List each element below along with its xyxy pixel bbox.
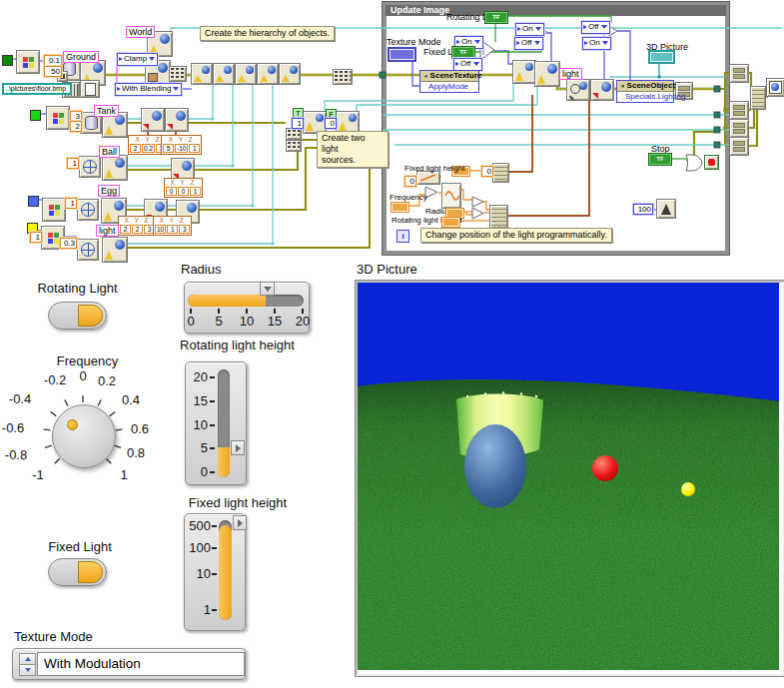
radius-slider-pointer[interactable] xyxy=(260,282,275,296)
scene-object-light-node[interactable] xyxy=(102,237,128,263)
render-scene-node[interactable] xyxy=(766,78,784,97)
pattern-node[interactable] xyxy=(333,69,353,85)
picture3d-control[interactable] xyxy=(356,281,784,676)
constant-1[interactable]: 1 xyxy=(65,198,77,209)
picture3d-terminal[interactable] xyxy=(648,50,675,64)
loop-iteration-terminal[interactable]: i xyxy=(396,230,409,243)
stop-terminal[interactable]: TF xyxy=(648,153,672,166)
xyz-cluster-2[interactable]: X Y Z5-101 xyxy=(161,135,202,155)
ring-on[interactable]: On xyxy=(582,37,611,50)
flh-slider-pointer[interactable] xyxy=(233,515,247,530)
fixed-height-label: Fixed light height xyxy=(173,495,303,510)
rgb-color-node[interactable] xyxy=(42,198,66,222)
rotating-light-terminal[interactable]: TF xyxy=(484,11,508,24)
ring-on[interactable]: On xyxy=(515,23,544,36)
ring-clamp[interactable]: Clamp xyxy=(117,53,158,66)
loop-condition-terminal[interactable] xyxy=(704,155,719,170)
bundle-node[interactable] xyxy=(750,86,766,110)
constant-0[interactable]: 0 xyxy=(404,176,416,187)
add-object-node[interactable] xyxy=(191,63,213,85)
sphere-geometry-node[interactable] xyxy=(77,199,99,221)
unbundle-node[interactable] xyxy=(286,140,302,152)
frequency-terminal[interactable] xyxy=(391,202,409,213)
constant-0-1[interactable]: 0.1 xyxy=(44,55,62,66)
color-box-constant-green[interactable] xyxy=(30,110,41,121)
scene-3d xyxy=(358,283,779,670)
add-object-node[interactable] xyxy=(257,63,279,85)
translate-object-node[interactable] xyxy=(590,79,614,101)
rotate-object-node[interactable] xyxy=(141,108,165,132)
flh-slider-groove[interactable] xyxy=(219,520,232,620)
texture-mode-value[interactable]: With Modulation xyxy=(37,652,245,676)
constant-0[interactable]: 0 xyxy=(481,166,493,177)
light-wedge-icon xyxy=(105,169,113,178)
freq-tick: -0.8 xyxy=(1,447,31,462)
sphere-icon xyxy=(579,82,587,90)
path-constant[interactable]: ..\pictures\floor.bmp xyxy=(2,83,72,95)
constant-1[interactable]: 1 xyxy=(30,232,42,243)
spinner-down-button[interactable] xyxy=(19,664,36,676)
xyz-cluster-5[interactable]: X Y Z1013 xyxy=(153,216,192,236)
bundle-node[interactable] xyxy=(492,163,509,183)
translate-object-node[interactable] xyxy=(165,108,189,132)
rgb-color-node[interactable] xyxy=(46,106,70,130)
bundle-node[interactable] xyxy=(489,205,508,229)
red-ball xyxy=(592,455,618,481)
property-node[interactable] xyxy=(729,64,749,83)
fixed-light-button[interactable] xyxy=(48,558,107,586)
unbundle-node[interactable] xyxy=(286,128,302,140)
rlh-tick: 0 xyxy=(188,464,208,479)
light-wedge-icon xyxy=(105,251,113,260)
wait-metronome-node[interactable] xyxy=(656,199,676,219)
constant-1[interactable]: 1 xyxy=(292,118,304,129)
rgb-color-node[interactable] xyxy=(16,50,40,74)
constant-0-3[interactable]: 0.3 xyxy=(60,238,77,249)
sphere-geometry-node[interactable] xyxy=(77,239,99,261)
rlh-slider-groove[interactable] xyxy=(218,369,230,477)
rlh-slider-pointer[interactable] xyxy=(231,440,245,455)
rotating-light-button[interactable] xyxy=(48,302,107,330)
xyz-cluster-3[interactable]: X Y Z001 xyxy=(164,178,203,198)
file-node[interactable] xyxy=(80,80,100,98)
ring-off[interactable]: Off xyxy=(514,37,543,50)
find-object-node[interactable] xyxy=(566,79,590,101)
property-node[interactable] xyxy=(729,119,749,138)
ring-off[interactable]: Off xyxy=(581,21,610,34)
color-box-constant-dark-green[interactable] xyxy=(2,55,13,66)
texture-mode-dropdown[interactable]: With Modulation xyxy=(12,648,246,680)
constant-100[interactable]: 100 xyxy=(633,204,653,215)
sine-node[interactable] xyxy=(441,183,461,209)
add-object-node[interactable] xyxy=(235,63,257,85)
ring-with-blending[interactable]: With Blending xyxy=(115,83,182,96)
set-light-node[interactable] xyxy=(512,60,536,84)
ramp-node[interactable] xyxy=(416,171,440,185)
metronome-icon xyxy=(661,204,671,215)
frequency-knob[interactable] xyxy=(52,404,116,468)
add-object-node[interactable] xyxy=(213,63,235,85)
pattern-node[interactable] xyxy=(169,66,187,82)
invoke-node-scene-texture[interactable]: SceneTextureApplyMode xyxy=(419,70,479,93)
button-on-indicator xyxy=(78,305,104,327)
freq-tick: 0.2 xyxy=(95,373,119,388)
knob-indicator-dot xyxy=(67,419,78,430)
rotating-height-terminal[interactable] xyxy=(441,217,460,228)
constant-2[interactable]: 2 xyxy=(70,121,82,132)
labview-window: Update Image xyxy=(0,0,784,688)
scene-object-ball-node[interactable] xyxy=(102,155,128,181)
constant-1[interactable]: 1 xyxy=(67,158,79,169)
add-object-node[interactable] xyxy=(279,63,301,85)
constant-0[interactable]: 0 xyxy=(325,118,337,129)
constant-50[interactable]: 50 xyxy=(44,66,62,77)
sphere-geometry-node[interactable] xyxy=(79,156,101,178)
texture-mode-spinner[interactable] xyxy=(19,653,34,674)
texture-mode-terminal[interactable] xyxy=(388,47,416,62)
invoke-node-scene-object[interactable]: SceneObjectSpecials.Lighting xyxy=(616,80,674,103)
sphere-icon xyxy=(176,111,186,121)
property-node[interactable] xyxy=(729,137,749,156)
xyz-cluster-4[interactable]: X Y Z223 xyxy=(118,216,157,236)
property-node[interactable] xyxy=(729,101,749,120)
color-box-constant-blue[interactable] xyxy=(28,196,39,207)
set-light-node[interactable] xyxy=(534,61,560,87)
freq-tick: -0.6 xyxy=(0,420,28,435)
radius-slider-groove[interactable] xyxy=(188,295,304,307)
